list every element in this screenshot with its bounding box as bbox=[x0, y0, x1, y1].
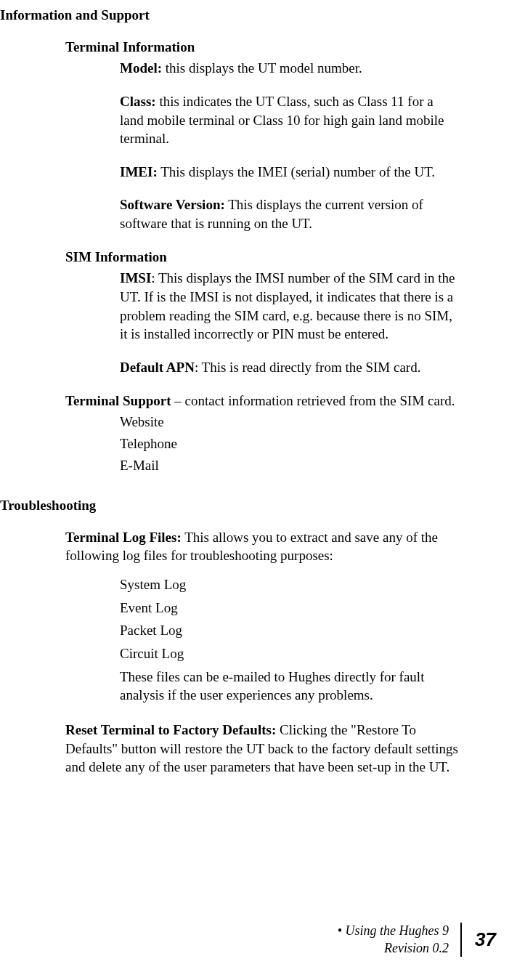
list-item-email: E-Mail bbox=[120, 456, 460, 475]
text-imei: This displays the IMEI (serial) number o… bbox=[158, 164, 435, 179]
list-item-event-log: Event Log bbox=[120, 599, 460, 617]
label-reset-factory: Reset Terminal to Factory Defaults: bbox=[65, 722, 276, 737]
list-item-telephone: Telephone bbox=[120, 434, 460, 453]
page-footer: • Using the Hughes 9 Revision 0.2 37 bbox=[338, 923, 496, 957]
list-item-system-log: System Log bbox=[120, 575, 460, 594]
definition-imei: IMEI: This displays the IMEI (serial) nu… bbox=[120, 163, 460, 182]
label-terminal-log-files: Terminal Log Files: bbox=[65, 530, 182, 545]
text-imsi: : This displays the IMSI number of the S… bbox=[120, 270, 455, 341]
paragraph-terminal-log-files: Terminal Log Files: This allows you to e… bbox=[65, 528, 460, 565]
list-item-packet-log: Packet Log bbox=[120, 621, 460, 640]
definition-default-apn: Default APN: This is read directly from … bbox=[120, 358, 460, 377]
list-item-circuit-log: Circuit Log bbox=[120, 644, 460, 663]
text-default-apn: : This is read directly from the SIM car… bbox=[195, 360, 421, 375]
text-class: this indicates the UT Class, such as Cla… bbox=[120, 94, 444, 146]
label-terminal-support: Terminal Support bbox=[65, 393, 171, 408]
footer-line-1: • Using the Hughes 9 bbox=[338, 923, 449, 939]
section-heading-troubleshooting: Troubleshooting bbox=[0, 496, 460, 515]
subheading-terminal-information: Terminal Information bbox=[65, 38, 460, 57]
subheading-sim-information: SIM Information bbox=[65, 248, 460, 267]
footer-page-number: 37 bbox=[475, 927, 496, 952]
definition-model: Model: this displays the UT model number… bbox=[120, 59, 460, 78]
footer-line-2: Revision 0.2 bbox=[338, 940, 449, 957]
label-class: Class: bbox=[120, 94, 156, 109]
label-model: Model: bbox=[120, 60, 162, 76]
list-item-website: Website bbox=[120, 413, 460, 432]
label-imsi: IMSI bbox=[120, 270, 151, 286]
section-heading-info-support: Information and Support bbox=[0, 6, 460, 25]
definition-imsi: IMSI: This displays the IMSI number of t… bbox=[120, 269, 460, 344]
label-default-apn: Default APN bbox=[120, 360, 195, 375]
text-logs-note: These files can be e-mailed to Hughes di… bbox=[120, 668, 460, 705]
label-imei: IMEI: bbox=[120, 164, 158, 179]
text-model: this displays the UT model number. bbox=[162, 60, 362, 76]
definition-class: Class: this indicates the UT Class, such… bbox=[120, 92, 460, 148]
paragraph-terminal-support: Terminal Support – contact information r… bbox=[65, 392, 460, 410]
paragraph-reset-factory: Reset Terminal to Factory Defaults: Clic… bbox=[65, 721, 460, 777]
text-terminal-support: – contact information retrieved from the… bbox=[171, 393, 455, 408]
footer-text: • Using the Hughes 9 Revision 0.2 bbox=[338, 923, 462, 957]
definition-software-version: Software Version: This displays the curr… bbox=[120, 195, 460, 232]
label-software-version: Software Version: bbox=[120, 197, 225, 212]
